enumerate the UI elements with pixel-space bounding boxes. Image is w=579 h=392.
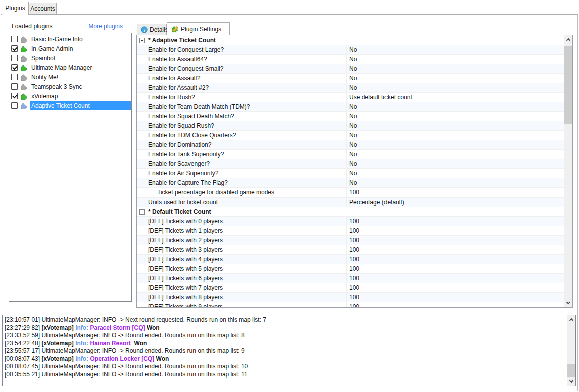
setting-name: [DEF] Tickets with 7 players [137,283,346,292]
setting-name: [DEF] Tickets with 4 players [137,255,346,264]
plugin-checkbox[interactable] [11,74,18,80]
plugin-list-item[interactable]: Teamspeak 3 Sync [9,82,131,91]
plugin-checkbox[interactable] [11,45,18,52]
tab-plugins[interactable]: Plugins [2,2,29,15]
log-segment: [23:10:57 01] UltimateMapManager: INFO -… [5,316,266,323]
scroll-up-button[interactable] [564,35,572,44]
setting-value[interactable]: 100 [346,283,564,292]
setting-row[interactable]: Enable for Assault #2?No [137,83,564,93]
log-scroll-up-button[interactable] [567,315,575,324]
setting-value[interactable]: 100 [346,274,564,283]
setting-row[interactable]: [DEF] Tickets with 0 players100 [137,217,564,226]
chevron-up-icon [569,318,573,322]
log-line: [23:55:57 17] UltimateMapManager: INFO -… [5,347,567,355]
setting-value[interactable]: 100 [346,255,564,264]
more-plugins-link[interactable]: More plugins [76,23,123,30]
plugin-list-item[interactable]: xVotemap [9,91,131,101]
setting-row[interactable]: [DEF] Tickets with 8 players100 [137,293,564,302]
setting-row[interactable]: Enable for Assault?No [137,74,564,83]
plugin-list-item[interactable]: Notify Me! [9,72,131,82]
setting-row[interactable]: Ticket percentage for disabled game mode… [137,188,564,198]
tab-accounts[interactable]: Accounts [29,3,57,15]
setting-value[interactable]: No [346,121,564,130]
setting-value[interactable]: No [346,55,564,64]
tab-details[interactable]: i Details [137,24,167,35]
setting-name: Enable for Conquest Large? [137,45,346,54]
setting-value[interactable]: 100 [346,264,564,273]
setting-row[interactable]: [DEF] Tickets with 5 players100 [137,264,564,274]
plugin-list-item[interactable]: Spambot [9,53,131,63]
setting-value[interactable]: No [346,64,564,73]
plugin-checkbox[interactable] [11,36,18,42]
setting-row[interactable]: Units used for ticket countPercentage (d… [137,198,564,207]
setting-row[interactable]: Enable for Squad Death Match?No [137,112,564,121]
setting-value[interactable]: No [346,45,564,54]
tab-plugin-settings[interactable]: Plugin Settings [167,22,230,35]
setting-value[interactable]: No [346,140,564,149]
setting-value[interactable]: No [346,83,564,92]
setting-value[interactable]: No [346,150,564,159]
settings-section-header[interactable]: * Default Ticket Count [137,207,564,217]
setting-row[interactable]: Enable for Scavenger?No [137,159,564,169]
setting-value[interactable]: No [346,102,564,111]
setting-value[interactable]: No [346,74,564,83]
settings-scrollbar[interactable] [564,35,572,307]
setting-value[interactable]: No [346,169,564,178]
setting-row[interactable]: Enable for Team Death Match (TDM)?No [137,102,564,112]
setting-row[interactable]: Enable for Conquest Small?No [137,64,564,74]
setting-row[interactable]: [DEF] Tickets with 3 players100 [137,245,564,255]
setting-row[interactable]: Enable for Squad Rush?No [137,121,564,131]
scrollbar-thumb[interactable] [564,46,572,124]
setting-value[interactable]: 100 [346,302,564,307]
setting-row[interactable]: [DEF] Tickets with 7 players100 [137,283,564,293]
setting-value[interactable]: Percentage (default) [346,198,564,207]
plugin-list-item[interactable]: In-Game Admin [9,44,131,53]
minus-glyph [141,212,143,212]
plugin-list-item[interactable]: Basic In-Game Info [9,34,131,44]
setting-row[interactable]: [DEF] Tickets with 1 players100 [137,226,564,236]
setting-name: Enable for Capture The Flag? [137,178,346,187]
plugin-checkbox[interactable] [11,55,18,61]
setting-value[interactable]: 100 [346,217,564,226]
log-scrollbar-thumb[interactable] [567,364,575,377]
plugin-list-item[interactable]: Adaptive Ticket Count [9,101,131,110]
setting-value[interactable]: 100 [346,236,564,245]
setting-value[interactable]: 100 [346,226,564,235]
plugin-checkbox[interactable] [11,83,18,90]
plugin-list-item[interactable]: Ultimate Map Manager [9,63,131,72]
setting-row[interactable]: Enable for Tank Superiority?No [137,150,564,159]
setting-row[interactable]: Enable for Conquest Large?No [137,45,564,55]
setting-row[interactable]: [DEF] Tickets with 2 players100 [137,236,564,245]
plugin-checkbox[interactable] [11,64,18,71]
setting-value[interactable]: No [346,178,564,187]
setting-row[interactable]: Enable for Capture The Flag?No [137,178,564,188]
setting-value[interactable]: Use default ticket count [346,93,564,102]
setting-row[interactable]: [DEF] Tickets with 4 players100 [137,255,564,264]
plugin-checkbox[interactable] [11,102,18,109]
setting-value[interactable]: 100 [346,293,564,302]
setting-row[interactable]: Enable for TDM Close Quarters?No [137,131,564,140]
setting-value[interactable]: No [346,159,564,168]
plugin-checkbox[interactable] [11,93,18,99]
log-segment: Won [134,340,147,347]
settings-section-header[interactable]: * Adaptive Ticket Count [137,36,564,45]
setting-row[interactable]: Enable for Air Superiority?No [137,169,564,178]
setting-name: [DEF] Tickets with 0 players [137,217,346,226]
setting-value[interactable]: No [346,131,564,140]
setting-value[interactable]: 100 [346,245,564,254]
setting-row[interactable]: Enable for Domination?No [137,140,564,150]
log-scrollbar[interactable] [567,315,575,386]
collapse-icon[interactable] [139,38,145,43]
setting-row[interactable]: Enable for Assault64?No [137,55,564,64]
setting-value[interactable]: 100 [346,188,564,197]
collapse-icon[interactable] [139,209,145,215]
scroll-down-button[interactable] [564,299,572,307]
setting-row[interactable]: [DEF] Tickets with 9 players100 [137,302,564,307]
setting-value[interactable]: No [346,112,564,121]
setting-row[interactable]: [DEF] Tickets with 6 players100 [137,274,564,283]
log-scroll-down-button[interactable] [567,377,575,386]
setting-row[interactable]: Enable for Rush?Use default ticket count [137,93,564,102]
log-segment: [00:35:55 21] UltimateMapManager: INFO -… [5,371,247,378]
plugin-puzzle-icon [20,54,28,62]
svg-text:i: i [144,27,145,32]
